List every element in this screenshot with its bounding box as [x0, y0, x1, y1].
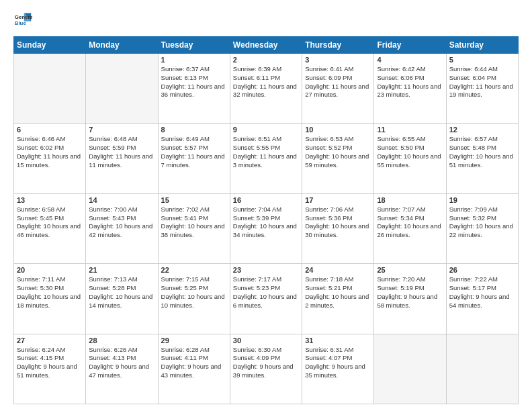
day-number: 14 [89, 196, 154, 204]
calendar-cell: 3Sunrise: 6:41 AM Sunset: 6:09 PM Daylig… [302, 54, 374, 124]
day-info: Sunrise: 6:55 AM Sunset: 5:50 PM Dayligh… [377, 135, 443, 169]
calendar-cell: 11Sunrise: 6:55 AM Sunset: 5:50 PM Dayli… [374, 124, 446, 193]
calendar-week-4: 20Sunrise: 7:11 AM Sunset: 5:30 PM Dayli… [14, 264, 519, 334]
weekday-header-thursday: Thursday [302, 37, 374, 54]
day-number: 28 [89, 336, 154, 345]
calendar-cell: 19Sunrise: 7:09 AM Sunset: 5:32 PM Dayli… [446, 193, 518, 263]
calendar-cell: 12Sunrise: 6:57 AM Sunset: 5:48 PM Dayli… [446, 124, 518, 193]
day-info: Sunrise: 6:37 AM Sunset: 6:13 PM Dayligh… [161, 65, 227, 99]
calendar-cell: 21Sunrise: 7:13 AM Sunset: 5:28 PM Dayli… [86, 264, 158, 334]
day-info: Sunrise: 6:41 AM Sunset: 6:09 PM Dayligh… [305, 65, 371, 99]
day-number: 26 [449, 266, 515, 274]
day-info: Sunrise: 7:02 AM Sunset: 5:41 PM Dayligh… [161, 205, 227, 240]
calendar-cell [374, 334, 446, 404]
day-info: Sunrise: 7:15 AM Sunset: 5:25 PM Dayligh… [161, 275, 227, 310]
day-info: Sunrise: 7:09 AM Sunset: 5:32 PM Dayligh… [449, 205, 515, 240]
day-number: 19 [449, 196, 515, 204]
day-number: 4 [377, 56, 443, 64]
weekday-header-friday: Friday [374, 37, 446, 54]
day-info: Sunrise: 6:26 AM Sunset: 4:13 PM Dayligh… [89, 346, 154, 380]
calendar-cell: 5Sunrise: 6:44 AM Sunset: 6:04 PM Daylig… [446, 54, 518, 124]
calendar-cell: 6Sunrise: 6:46 AM Sunset: 6:02 PM Daylig… [14, 124, 86, 193]
calendar-cell: 18Sunrise: 7:07 AM Sunset: 5:34 PM Dayli… [374, 193, 446, 263]
calendar-cell: 24Sunrise: 7:18 AM Sunset: 5:21 PM Dayli… [302, 264, 374, 334]
day-number: 30 [233, 336, 299, 345]
calendar-cell: 10Sunrise: 6:53 AM Sunset: 5:52 PM Dayli… [302, 124, 374, 193]
day-info: Sunrise: 6:24 AM Sunset: 4:15 PM Dayligh… [17, 346, 83, 380]
calendar-cell: 8Sunrise: 6:49 AM Sunset: 5:57 PM Daylig… [158, 124, 230, 193]
day-number: 22 [161, 266, 227, 274]
day-info: Sunrise: 7:17 AM Sunset: 5:23 PM Dayligh… [233, 275, 299, 310]
calendar-cell [446, 334, 518, 404]
calendar-cell: 9Sunrise: 6:51 AM Sunset: 5:55 PM Daylig… [230, 124, 302, 193]
day-number: 29 [161, 336, 227, 345]
day-number: 23 [233, 266, 299, 274]
calendar-cell: 16Sunrise: 7:04 AM Sunset: 5:39 PM Dayli… [230, 193, 302, 263]
calendar-cell: 25Sunrise: 7:20 AM Sunset: 5:19 PM Dayli… [374, 264, 446, 334]
logo-icon: General Blue [13, 11, 32, 30]
calendar-cell: 2Sunrise: 6:39 AM Sunset: 6:11 PM Daylig… [230, 54, 302, 124]
day-number: 21 [89, 266, 154, 274]
calendar-week-1: 1Sunrise: 6:37 AM Sunset: 6:13 PM Daylig… [14, 54, 519, 124]
day-number: 5 [449, 56, 515, 64]
day-info: Sunrise: 7:00 AM Sunset: 5:43 PM Dayligh… [89, 205, 154, 240]
calendar-cell: 26Sunrise: 7:22 AM Sunset: 5:17 PM Dayli… [446, 264, 518, 334]
day-number: 18 [377, 196, 443, 204]
day-number: 17 [305, 196, 371, 204]
day-info: Sunrise: 6:31 AM Sunset: 4:07 PM Dayligh… [305, 346, 371, 380]
day-info: Sunrise: 7:22 AM Sunset: 5:17 PM Dayligh… [449, 275, 515, 310]
calendar-cell: 29Sunrise: 6:28 AM Sunset: 4:11 PM Dayli… [158, 334, 230, 404]
day-info: Sunrise: 6:48 AM Sunset: 5:59 PM Dayligh… [89, 135, 154, 169]
day-info: Sunrise: 7:13 AM Sunset: 5:28 PM Dayligh… [89, 275, 154, 310]
day-number: 2 [233, 56, 299, 64]
weekday-header-tuesday: Tuesday [158, 37, 230, 54]
day-number: 12 [449, 126, 515, 134]
header: General Blue [13, 11, 519, 30]
calendar-header-row: SundayMondayTuesdayWednesdayThursdayFrid… [14, 37, 519, 54]
day-info: Sunrise: 6:46 AM Sunset: 6:02 PM Dayligh… [17, 135, 83, 169]
calendar-cell: 27Sunrise: 6:24 AM Sunset: 4:15 PM Dayli… [14, 334, 86, 404]
day-info: Sunrise: 6:49 AM Sunset: 5:57 PM Dayligh… [161, 135, 227, 169]
calendar-cell: 1Sunrise: 6:37 AM Sunset: 6:13 PM Daylig… [158, 54, 230, 124]
calendar-cell: 14Sunrise: 7:00 AM Sunset: 5:43 PM Dayli… [86, 193, 158, 263]
calendar-cell: 30Sunrise: 6:30 AM Sunset: 4:09 PM Dayli… [230, 334, 302, 404]
weekday-header-sunday: Sunday [14, 37, 86, 54]
day-number: 9 [233, 126, 299, 134]
calendar-week-5: 27Sunrise: 6:24 AM Sunset: 4:15 PM Dayli… [14, 334, 519, 404]
page: General Blue SundayMondayTuesdayWednesda… [0, 0, 532, 411]
day-info: Sunrise: 6:57 AM Sunset: 5:48 PM Dayligh… [449, 135, 515, 169]
day-info: Sunrise: 7:04 AM Sunset: 5:39 PM Dayligh… [233, 205, 299, 240]
calendar-cell: 20Sunrise: 7:11 AM Sunset: 5:30 PM Dayli… [14, 264, 86, 334]
day-info: Sunrise: 6:51 AM Sunset: 5:55 PM Dayligh… [233, 135, 299, 169]
day-number: 20 [17, 266, 83, 274]
day-info: Sunrise: 7:07 AM Sunset: 5:34 PM Dayligh… [377, 205, 443, 240]
day-number: 6 [17, 126, 83, 134]
day-number: 25 [377, 266, 443, 274]
day-number: 10 [305, 126, 371, 134]
day-number: 16 [233, 196, 299, 204]
calendar-cell: 31Sunrise: 6:31 AM Sunset: 4:07 PM Dayli… [302, 334, 374, 404]
logo: General Blue [13, 11, 35, 30]
day-number: 8 [161, 126, 227, 134]
day-number: 1 [161, 56, 227, 64]
day-info: Sunrise: 6:42 AM Sunset: 6:06 PM Dayligh… [377, 65, 443, 99]
day-info: Sunrise: 7:11 AM Sunset: 5:30 PM Dayligh… [17, 275, 83, 310]
day-number: 3 [305, 56, 371, 64]
calendar-cell: 22Sunrise: 7:15 AM Sunset: 5:25 PM Dayli… [158, 264, 230, 334]
calendar-cell: 4Sunrise: 6:42 AM Sunset: 6:06 PM Daylig… [374, 54, 446, 124]
calendar-table: SundayMondayTuesdayWednesdayThursdayFrid… [13, 36, 519, 404]
day-info: Sunrise: 6:53 AM Sunset: 5:52 PM Dayligh… [305, 135, 371, 169]
calendar-cell: 15Sunrise: 7:02 AM Sunset: 5:41 PM Dayli… [158, 193, 230, 263]
calendar-cell: 7Sunrise: 6:48 AM Sunset: 5:59 PM Daylig… [86, 124, 158, 193]
weekday-header-saturday: Saturday [446, 37, 518, 54]
day-info: Sunrise: 6:44 AM Sunset: 6:04 PM Dayligh… [449, 65, 515, 99]
calendar-cell: 28Sunrise: 6:26 AM Sunset: 4:13 PM Dayli… [86, 334, 158, 404]
day-number: 31 [305, 336, 371, 345]
day-info: Sunrise: 6:30 AM Sunset: 4:09 PM Dayligh… [233, 346, 299, 380]
day-number: 15 [161, 196, 227, 204]
calendar-cell: 13Sunrise: 6:58 AM Sunset: 5:45 PM Dayli… [14, 193, 86, 263]
day-number: 13 [17, 196, 83, 204]
calendar-cell: 23Sunrise: 7:17 AM Sunset: 5:23 PM Dayli… [230, 264, 302, 334]
day-number: 24 [305, 266, 371, 274]
svg-text:Blue: Blue [15, 20, 27, 26]
